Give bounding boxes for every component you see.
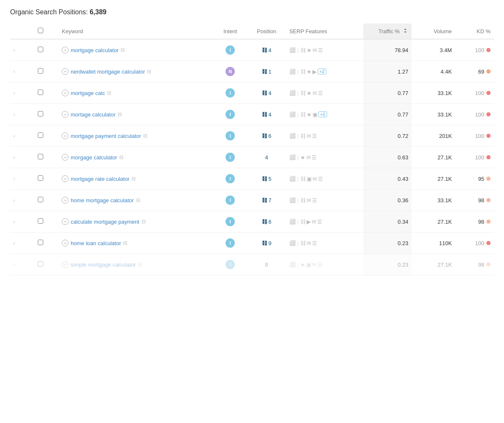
kd-wrapper: 95 [478,176,491,182]
checkbox-cell[interactable] [34,39,59,61]
serp-icon: ☰ [317,219,322,225]
checkbox-cell[interactable] [34,61,59,82]
intent-badge: I [226,174,235,183]
traffic-cell: 0.63 [363,147,412,168]
kd-wrapper: 100 [475,47,491,53]
expand-cell[interactable]: › [10,61,34,82]
expand-cell[interactable]: › [10,233,34,254]
expand-cell[interactable]: › [10,254,34,275]
row-checkbox[interactable] [38,197,43,202]
keyword-link[interactable]: + mortgage calculator ⊟ [62,47,125,53]
kd-cell: 98 [455,190,494,211]
expand-cell[interactable]: › [10,147,34,168]
serp-divider: | [297,219,299,225]
position-link: ⛓ 4 [262,47,271,53]
intent-badge: I [226,217,235,226]
keyword-link[interactable]: + morgage calculator ⊟ [62,154,123,161]
count-value: 6,389 [89,8,106,16]
row-checkbox[interactable] [38,111,43,116]
col-kd-header: KD % [455,24,494,39]
col-traffic-header[interactable]: Traffic % [363,24,412,39]
keyword-cell: + home mortgage calculator ⊟ [58,190,213,211]
keyword-link[interactable]: + mortgage payment calculator ⊟ [62,132,147,139]
checkbox-cell[interactable] [34,104,59,125]
kd-cell: 100 [455,82,494,104]
row-checkbox[interactable] [38,132,43,138]
expand-cell[interactable]: › [10,104,34,125]
position-link: ⛓ 9 [262,240,271,246]
kd-wrapper: 100 [475,133,491,139]
expand-cell[interactable]: › [10,39,34,61]
position-link: ⛓ 4 [262,90,271,96]
keyword-link[interactable]: + mortgage calc ⊟ [62,90,111,96]
serp-cell: ⬜|⛓✉☰ [286,190,363,211]
keyword-link[interactable]: + home mortgage calculator ⊟ [62,197,140,204]
intent-cell: I [213,82,247,104]
keyword-link[interactable]: + calculate mortgage payment ⊟ [62,218,145,225]
checkbox-cell[interactable] [34,233,59,254]
keyword-link[interactable]: + mortage calculator ⊟ [62,111,122,118]
kd-dot [486,198,491,202]
position-value: 6 [268,133,271,139]
serp-icon: ★ [307,47,312,53]
checkbox-cell[interactable] [34,254,59,275]
checkbox-cell[interactable] [34,190,59,211]
page-title: Organic Search Positions: 6,389 [10,8,494,16]
serp-divider: | [297,240,299,246]
keyword-link[interactable]: + mortgage rate calculator ⊟ [62,175,136,182]
keyword-link[interactable]: + nerdwallet mortgage calculator ⊟ [62,68,151,75]
intent-badge: I [226,196,235,205]
intent-cell: I [213,211,247,233]
kd-cell: 95 [455,168,494,190]
serp-icon: ⬜ [289,262,296,267]
serp-icon: ⛓ [300,69,306,75]
expand-cell[interactable]: › [10,82,34,104]
serp-divider: | [297,176,299,182]
serp-icon: ⬜ [289,47,296,53]
row-checkbox[interactable] [38,175,43,181]
col-intent-header: Intent [213,24,247,39]
serp-icon: ⛓ [300,47,306,53]
keywords-table: Keyword Intent Position SERP Features Tr… [10,24,494,275]
expand-cell[interactable]: › [10,168,34,190]
select-all-checkbox[interactable] [38,28,43,33]
serp-cell: ⬜|⛓▣✉☰ [286,168,363,190]
checkbox-cell[interactable] [34,125,59,147]
row-checkbox[interactable] [38,218,43,224]
serp-divider: | [297,111,299,118]
serp-cell: ⬜|⛓✉☰ [286,233,363,254]
table-row: › + home mortgage calculator ⊟ I ⛓ 7 ⬜|⛓… [10,190,494,211]
chain-icon: ⛓ [262,197,267,204]
serp-cell: ⬜|⛓★✉☰ [286,82,363,104]
row-checkbox[interactable] [38,90,43,95]
checkbox-cell[interactable] [34,211,59,233]
keyword-link[interactable]: + home loan calculator ⊟ [62,240,127,246]
expand-cell[interactable]: › [10,211,34,233]
expand-cell[interactable]: › [10,190,34,211]
traffic-cell: 1.27 [363,61,412,82]
row-checkbox[interactable] [38,47,43,52]
serp-cell: ⬜|⛓✉☰ [286,125,363,147]
row-checkbox[interactable] [38,261,43,267]
position-value: 4 [268,47,271,53]
kd-dot [486,48,491,52]
keyword-page-icon: ⊟ [142,219,146,225]
kd-wrapper: 100 [475,240,491,246]
traffic-sort-icon[interactable] [402,28,408,34]
intent-badge: I [226,131,235,140]
plus-circle-icon: + [62,261,68,268]
checkbox-cell[interactable] [34,82,59,104]
expand-cell[interactable]: › [10,125,34,147]
row-checkbox[interactable] [38,68,43,74]
plus-circle-icon: + [62,175,68,182]
checkbox-cell[interactable] [34,168,59,190]
row-checkbox[interactable] [38,154,43,159]
keyword-link[interactable]: + simple mortgage calculator ⊟ [62,261,142,268]
row-checkbox[interactable] [38,240,43,245]
position-value: 4 [268,90,271,96]
position-cell: 4 [247,147,286,168]
position-cell: ⛓ 9 [247,233,286,254]
serp-icon: ☰ [318,47,323,53]
serp-icon: ✉ [306,154,311,161]
checkbox-cell[interactable] [34,147,59,168]
